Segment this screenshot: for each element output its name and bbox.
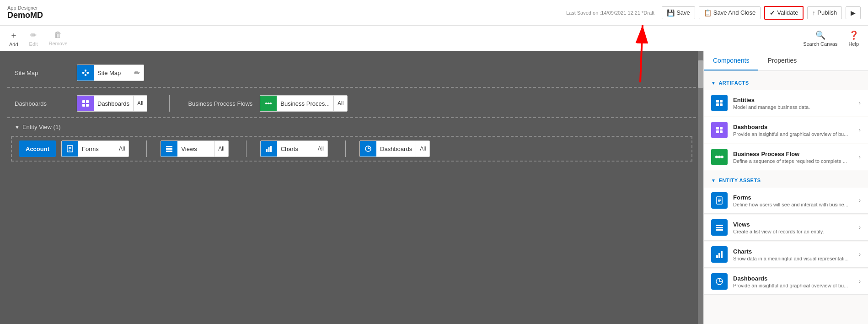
svg-point-41 xyxy=(718,156,721,158)
views-chevron-right: › xyxy=(859,224,861,231)
svg-rect-25 xyxy=(268,147,269,152)
toolbar-add[interactable]: ＋ Add xyxy=(9,30,18,47)
dashboards2-rp-title: Dashboards xyxy=(733,275,859,282)
site-map-row: Site Map Site Map ✏ xyxy=(7,59,696,88)
svg-point-42 xyxy=(721,156,723,158)
dashboards-all-btn[interactable]: All xyxy=(133,96,147,111)
dashboards2-chevron-right: › xyxy=(859,278,861,285)
toolbar-help[interactable]: ❓ Help xyxy=(848,30,859,47)
tab-properties[interactable]: Properties xyxy=(758,51,806,70)
dashboards-icon xyxy=(77,95,94,112)
dashboards-rp-desc: Provide an insightful and graphical over… xyxy=(733,131,859,137)
charts-icon xyxy=(261,140,277,157)
save-close-label: Save And Close xyxy=(713,9,756,16)
site-map-icon xyxy=(77,65,94,81)
views-charts-divider xyxy=(246,140,246,157)
canvas-scroll: Site Map Site Map ✏ Dashboards Dashboard… xyxy=(0,51,703,324)
site-map-edit-icon[interactable]: ✏ xyxy=(130,69,144,77)
remove-icon: 🗑 xyxy=(54,30,62,40)
forms-rp-desc: Define how users will see and interact w… xyxy=(733,202,859,207)
entity-view-chevron[interactable]: ▼ xyxy=(15,124,20,130)
svg-rect-22 xyxy=(166,148,172,150)
svg-rect-1 xyxy=(85,70,86,71)
svg-rect-24 xyxy=(266,149,268,152)
dashboards2-rp-icon xyxy=(711,273,728,290)
remove-label: Remove xyxy=(49,41,68,46)
validate-label: Validate xyxy=(777,9,798,16)
charts-all-btn[interactable]: All xyxy=(314,141,327,157)
canvas-scrollbar-thumb[interactable] xyxy=(698,60,703,88)
views-rp-title: Views xyxy=(733,221,859,228)
dashboards-rp-text: Dashboards Provide an insightful and gra… xyxy=(733,124,859,137)
forms-card[interactable]: Forms All xyxy=(61,140,129,157)
svg-point-13 xyxy=(268,103,269,104)
svg-rect-33 xyxy=(720,100,723,103)
dashboards-card[interactable]: Dashboards All xyxy=(77,95,147,112)
rp-entities-item[interactable]: Entities Model and manage business data.… xyxy=(704,90,868,116)
validate-button[interactable]: ✔ Validate xyxy=(764,6,804,20)
canvas-scrollbar[interactable] xyxy=(698,51,703,324)
bpf-rp-icon xyxy=(711,149,728,165)
toolbar-search-canvas[interactable]: 🔍 Search Canvas xyxy=(803,30,837,47)
charts-rp-text: Charts Show data in a meaningful and vis… xyxy=(733,248,859,261)
tab-components[interactable]: Components xyxy=(704,51,758,70)
toolbar-right: 🔍 Search Canvas ❓ Help xyxy=(803,30,859,47)
charts-rp-desc: Show data in a meaningful and visual rep… xyxy=(733,256,859,261)
entities-desc: Model and manage business data. xyxy=(733,104,859,110)
entity-dashboards-all-btn[interactable]: All xyxy=(416,141,429,157)
save-button[interactable]: 💾 Save xyxy=(662,6,695,19)
publish-icon: ↑ xyxy=(812,9,815,16)
rp-bpf-item[interactable]: Business Process Flow Define a sequence … xyxy=(704,144,868,170)
site-map-label: Site Map xyxy=(94,70,130,76)
views-card[interactable]: Views All xyxy=(161,140,228,157)
top-bar: App Designer DemoMD Last Saved on :14/09… xyxy=(0,0,868,26)
svg-rect-8 xyxy=(82,100,85,103)
forms-all-btn[interactable]: All xyxy=(115,141,129,157)
svg-rect-38 xyxy=(716,130,719,133)
svg-rect-11 xyxy=(86,104,89,107)
account-button[interactable]: Account xyxy=(19,140,56,157)
charts-chevron-right: › xyxy=(859,251,861,258)
app-identity: App Designer DemoMD xyxy=(7,5,43,20)
bpf-card-label: Business Proces... xyxy=(277,100,333,107)
play-button[interactable]: ▶ xyxy=(846,6,861,19)
bpf-card[interactable]: Business Proces... All xyxy=(260,95,348,112)
toolbar-remove[interactable]: 🗑 Remove xyxy=(49,30,68,46)
bpf-rp-desc: Define a sequence of steps required to c… xyxy=(733,158,859,164)
rp-dashboards2-item[interactable]: Dashboards Provide an insightful and gra… xyxy=(704,269,868,295)
entity-dashboards-card[interactable]: Dashboards All xyxy=(359,140,430,157)
dashboards2-rp-text: Dashboards Provide an insightful and gra… xyxy=(733,275,859,288)
entity-assets-label: ENTITY ASSETS xyxy=(718,178,761,183)
svg-rect-53 xyxy=(718,253,720,258)
rp-charts-item[interactable]: Charts Show data in a meaningful and vis… xyxy=(704,242,868,268)
bpf-rp-title: Business Process Flow xyxy=(733,151,859,157)
toolbar-edit[interactable]: ✏ Edit xyxy=(29,30,38,47)
svg-rect-10 xyxy=(82,104,85,107)
entity-dashboards-label: Dashboards xyxy=(376,146,416,152)
bpf-all-btn[interactable]: All xyxy=(333,96,347,111)
dashboards-bpf-row: Dashboards Dashboards All Business Proce… xyxy=(7,90,696,118)
svg-rect-23 xyxy=(166,151,172,152)
svg-rect-49 xyxy=(716,225,723,226)
rp-dashboards-item[interactable]: Dashboards Provide an insightful and gra… xyxy=(704,117,868,143)
site-map-card[interactable]: Site Map ✏ xyxy=(77,65,144,81)
svg-point-40 xyxy=(715,156,718,158)
forms-rp-title: Forms xyxy=(733,194,859,201)
svg-rect-36 xyxy=(716,127,719,130)
svg-rect-54 xyxy=(721,251,723,258)
right-panel: Components Properties ▼ ARTIFACTS Entiti… xyxy=(703,51,868,324)
artifacts-chevron: ▼ xyxy=(711,81,716,86)
views-rp-icon xyxy=(711,219,728,236)
canvas: Site Map Site Map ✏ Dashboards Dashboard… xyxy=(0,51,703,324)
charts-card[interactable]: Charts All xyxy=(260,140,328,157)
rp-views-item[interactable]: Views Create a list view of records for … xyxy=(704,215,868,241)
views-all-btn[interactable]: All xyxy=(214,141,228,157)
publish-button[interactable]: ↑ Publish xyxy=(807,6,842,19)
rp-forms-item[interactable]: Forms Define how users will see and inte… xyxy=(704,188,868,214)
entity-view-header: ▼ Entity View (1) xyxy=(7,120,696,134)
save-close-button[interactable]: 📋 Save And Close xyxy=(699,6,761,19)
bpf-chevron-right: › xyxy=(859,154,861,160)
artifacts-section-header: ▼ ARTIFACTS xyxy=(704,76,868,89)
publish-label: Publish xyxy=(817,9,837,16)
charts-rp-title: Charts xyxy=(733,248,859,255)
